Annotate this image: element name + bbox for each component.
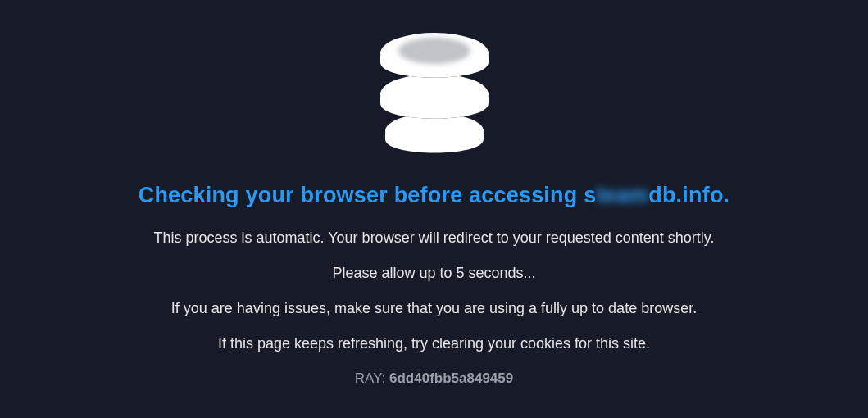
svg-point-3 <box>398 38 470 64</box>
headline-prefix: Checking your browser before accessing s <box>139 183 597 207</box>
ray-value: 6dd40fbb5a849459 <box>389 370 513 386</box>
message-browser: If you are having issues, make sure that… <box>0 300 868 317</box>
interstitial-page: Checking your browser before accessing s… <box>0 0 868 387</box>
ray-label: RAY: <box>355 370 389 386</box>
message-wait: Please allow up to 5 seconds... <box>0 265 868 282</box>
headline: Checking your browser before accessing s… <box>0 183 868 208</box>
headline-suffix: db.info. <box>648 183 729 207</box>
ray-id: RAY: 6dd40fbb5a849459 <box>0 370 868 387</box>
message-automatic: This process is automatic. Your browser … <box>0 229 868 247</box>
message-cookies: If this page keeps refreshing, try clear… <box>0 335 868 352</box>
database-logo-icon <box>369 16 500 168</box>
headline-redacted: team <box>596 183 648 207</box>
